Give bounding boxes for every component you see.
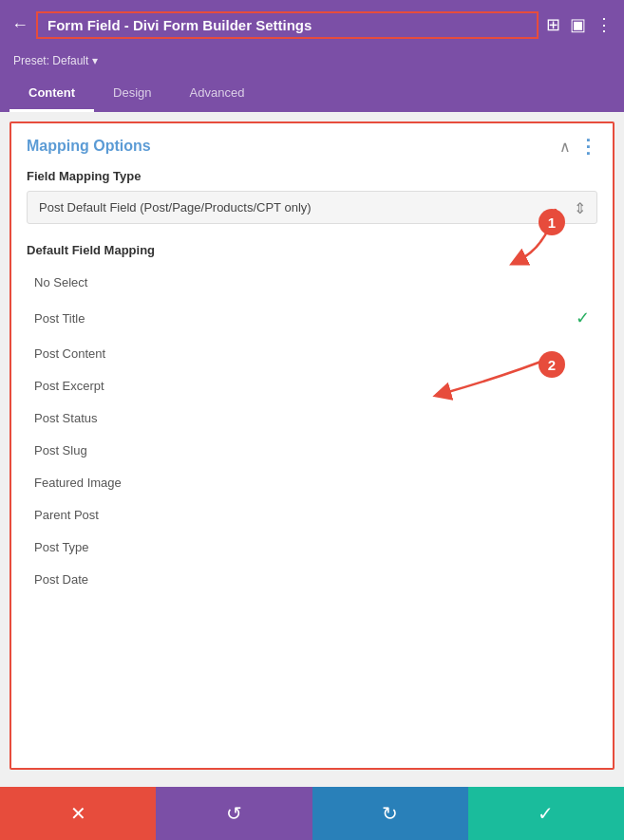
list-item[interactable]: Post Content xyxy=(27,338,597,370)
list-item-label: Featured Image xyxy=(34,476,122,490)
list-item-label: Parent Post xyxy=(34,508,99,522)
undo-button[interactable]: ↺ xyxy=(156,787,312,840)
main-panel: Mapping Options ∧ ⋮ Field Mapping Type P… xyxy=(9,121,615,770)
section-title: Mapping Options xyxy=(27,138,151,155)
grid-icon[interactable]: ⊞ xyxy=(546,14,560,35)
tab-design[interactable]: Design xyxy=(94,76,170,112)
list-item[interactable]: Post Title✓ xyxy=(27,299,597,338)
list-item[interactable]: Post Slug xyxy=(27,435,597,467)
list-item-label: Post Status xyxy=(34,411,97,425)
list-item-label: Post Date xyxy=(34,572,88,587)
layout-icon[interactable]: ▣ xyxy=(570,14,586,35)
list-item[interactable]: No Select xyxy=(27,267,597,299)
list-item-label: Post Title xyxy=(34,311,85,326)
list-item-label: Post Type xyxy=(34,540,89,554)
mapping-list: No SelectPost Title✓Post ContentPost Exc… xyxy=(11,267,613,596)
header-icons: ⊞ ▣ ⋮ xyxy=(546,14,613,35)
tab-content[interactable]: Content xyxy=(9,76,94,112)
list-item[interactable]: Parent Post xyxy=(27,499,597,532)
header-title-box: Form Field - Divi Form Builder Settings xyxy=(36,11,539,39)
field-mapping-dropdown-wrap: Post Default Field (Post/Page/Products/C… xyxy=(27,191,597,224)
page-title: Form Field - Divi Form Builder Settings xyxy=(47,17,312,33)
section-header: Mapping Options ∧ ⋮ xyxy=(11,123,613,165)
default-mapping-label: Default Field Mapping xyxy=(11,239,613,267)
list-item[interactable]: Post Type xyxy=(27,532,597,564)
list-item-label: Post Content xyxy=(34,346,105,361)
section-controls: ∧ ⋮ xyxy=(559,137,597,156)
list-item[interactable]: Post Excerpt xyxy=(27,370,597,402)
tab-advanced[interactable]: Advanced xyxy=(171,76,264,112)
bottom-bar: ✕ ↺ ↻ ✓ xyxy=(0,787,624,840)
list-item-label: Post Excerpt xyxy=(34,379,104,393)
annotation-1: 1 xyxy=(539,209,565,235)
header: ← Form Field - Divi Form Builder Setting… xyxy=(0,0,624,49)
field-mapping-type-label: Field Mapping Type xyxy=(11,165,613,191)
tabs-bar: Content Design Advanced xyxy=(0,76,624,112)
list-item[interactable]: Post Date xyxy=(27,564,597,596)
list-item[interactable]: Post Status xyxy=(27,402,597,435)
field-mapping-select[interactable]: Post Default Field (Post/Page/Products/C… xyxy=(27,191,597,224)
selected-checkmark-icon: ✓ xyxy=(576,308,590,328)
list-item[interactable]: Featured Image xyxy=(27,467,597,499)
list-item-label: Post Slug xyxy=(34,443,87,457)
preset-bar: Preset: Default ▾ xyxy=(0,49,624,76)
annotation-2: 2 xyxy=(539,351,565,378)
list-item-label: No Select xyxy=(34,275,87,289)
cancel-button[interactable]: ✕ xyxy=(0,787,156,840)
more-icon[interactable]: ⋮ xyxy=(596,14,613,35)
back-button[interactable]: ← xyxy=(11,15,28,35)
preset-dropdown[interactable]: Preset: Default ▾ xyxy=(13,54,98,67)
collapse-icon[interactable]: ∧ xyxy=(559,138,571,156)
redo-button[interactable]: ↻ xyxy=(312,787,468,840)
save-button[interactable]: ✓ xyxy=(468,787,624,840)
section-menu-icon[interactable]: ⋮ xyxy=(578,137,597,156)
